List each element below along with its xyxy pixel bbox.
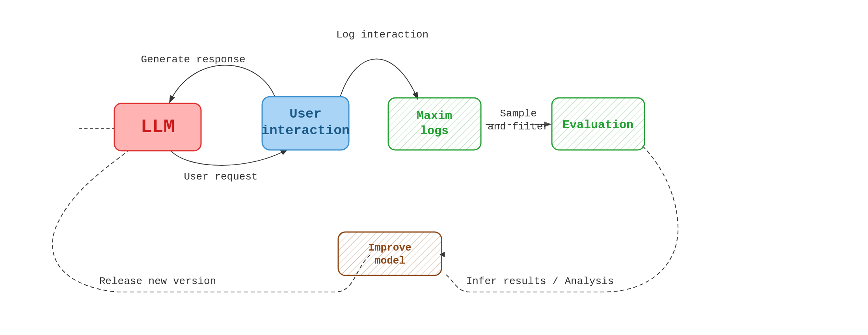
sample-filter-label-line1: Sample [500,108,537,120]
llm-node-label: LLM [141,116,175,138]
generate-response-arrow [170,65,276,103]
user-interaction-label-line1: User [289,107,322,122]
user-request-arrow [170,149,288,165]
improve-model-label-line2: model [374,255,405,267]
infer-results-label: Infer results / Analysis [466,275,614,287]
improve-model-node-hatch [338,232,441,275]
maxim-logs-node-hatch [388,98,481,150]
eval-to-improve-path [445,146,678,292]
maxim-logs-label-line2: logs [420,124,449,138]
generate-response-label: Generate response [141,54,245,66]
user-request-label: User request [184,171,257,183]
log-interaction-label: Log interaction [336,29,428,41]
sample-filter-label-line2: and filter [488,121,549,133]
evaluation-label: Evaluation [563,118,633,132]
release-new-version-label: Release new version [99,275,216,287]
log-interaction-arrow [339,59,418,101]
improve-model-label-line1: Improve [368,242,411,254]
user-interaction-label-line2: interaction [261,123,350,138]
maxim-logs-label-line1: Maxim [417,109,452,123]
